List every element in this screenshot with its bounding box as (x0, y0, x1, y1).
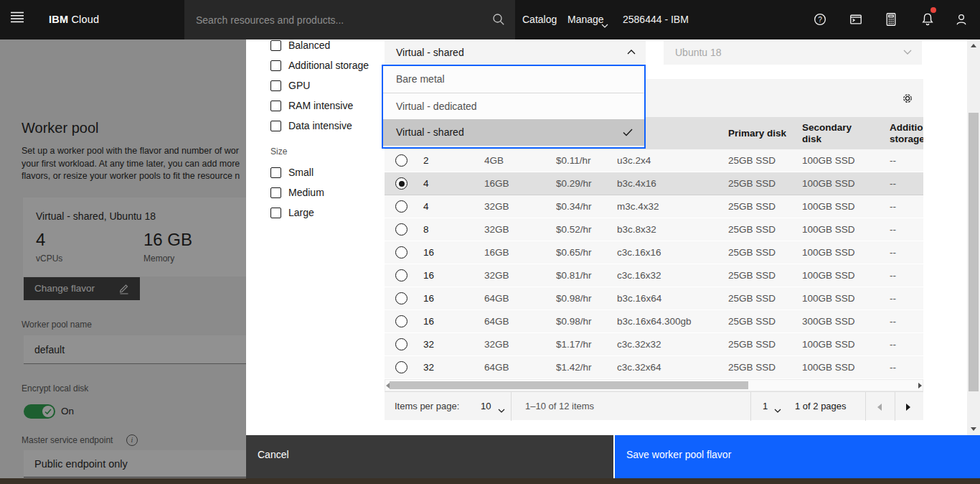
menu-option-virtual-shared[interactable]: Virtual - shared (383, 119, 644, 146)
radio-icon[interactable] (395, 338, 407, 350)
radio-icon[interactable] (395, 200, 407, 213)
flavor-row-b3c.4x16[interactable]: 416GB$0.29/hrb3c.4x1625GB SSD100GB SSD-- (385, 172, 923, 195)
checkbox-label: Medium (288, 187, 324, 198)
cell-secondary-disk: 100GB SSD (802, 172, 855, 195)
cell-name: c3c.32x64 (617, 356, 661, 378)
radio-icon[interactable] (395, 361, 407, 373)
size-filter-large[interactable]: Large (270, 205, 314, 220)
brand-cloud: Cloud (68, 14, 99, 25)
size-filter-medium[interactable]: Medium (270, 185, 324, 200)
checkbox-unchecked-icon[interactable] (270, 60, 281, 71)
modal-vertical-scrollbar[interactable] (967, 39, 980, 435)
menu-option-virtual-dedicated[interactable]: Virtual - dedicated (383, 93, 644, 119)
brand-logo[interactable]: IBM Cloud (49, 0, 99, 39)
cell-cpu: 32 (423, 356, 434, 378)
scroll-right-arrow-icon[interactable] (918, 383, 922, 388)
pages-count-text: 1 of 2 pages (795, 392, 847, 421)
profile-avatar-icon[interactable] (954, 12, 969, 27)
checkbox-unchecked-icon[interactable] (270, 187, 281, 198)
radio-icon[interactable] (395, 223, 407, 236)
radio-selected-icon[interactable] (395, 177, 407, 190)
menu-option-bare-metal[interactable]: Bare metal (383, 66, 644, 93)
notifications-icon[interactable] (920, 12, 935, 27)
nav-link-catalog[interactable]: Catalog (522, 0, 557, 39)
horizontal-scroll-thumb[interactable] (390, 381, 748, 389)
flavor-type-dropdown-menu: Bare metalVirtual - dedicatedVirtual - s… (382, 65, 646, 149)
nav-account-name[interactable]: 2586444 - IBM (623, 0, 689, 39)
vertical-scroll-thumb[interactable] (969, 113, 979, 391)
checkbox-unchecked-icon[interactable] (270, 121, 281, 131)
cell-name: b3c.8x32 (617, 218, 656, 241)
cell-primary-disk: 25GB SSD (728, 172, 776, 195)
flavor-row-u3c.2x4[interactable]: 24GB$0.11/hru3c.2x425GB SSD100GB SSD-- (385, 149, 923, 172)
items-per-page-select[interactable]: 10 (481, 392, 491, 421)
divider (511, 392, 512, 421)
cell-price: $0.11/hr (556, 149, 591, 172)
scroll-up-arrow-icon[interactable] (971, 44, 976, 47)
page-number-select[interactable]: 1 (763, 392, 768, 421)
type-filter-ram-intensive[interactable]: RAM intensive (270, 98, 353, 113)
cell-primary-disk: 25GB SSD (728, 333, 776, 355)
checkbox-unchecked-icon[interactable] (270, 40, 281, 51)
cell-ram: 32GB (484, 218, 509, 241)
type-filter-balanced[interactable]: Balanced (270, 38, 330, 52)
cancel-button[interactable]: Cancel (246, 435, 613, 478)
flavor-row-m3c.4x32[interactable]: 432GB$0.34/hrm3c.4x3225GB SSD100GB SSD-- (385, 195, 923, 218)
cell-primary-disk: 25GB SSD (728, 241, 776, 264)
flavor-type-select-value: Virtual - shared (385, 47, 464, 58)
radio-icon[interactable] (395, 292, 407, 304)
search-input[interactable] (196, 0, 483, 39)
save-worker-pool-flavor-button[interactable]: Save worker pool flavor (615, 435, 980, 478)
settings-gear-icon[interactable] (902, 93, 913, 104)
flavor-row-c3c.32x64[interactable]: 3264GB$1.42/hrc3c.32x6425GB SSD100GB SSD… (385, 356, 923, 379)
radio-icon[interactable] (395, 269, 407, 281)
next-page-button[interactable] (895, 392, 923, 421)
flavor-row-b3c.16x64.300gb[interactable]: 1664GB$0.98/hrb3c.16x64.300gb25GB SSD300… (385, 310, 923, 333)
modal-dim-overlay (0, 39, 246, 478)
menu-option-label: Bare metal (396, 73, 445, 85)
nav-link-manage[interactable]: Manage (567, 0, 604, 39)
items-per-page-label: Items per page: (395, 392, 459, 421)
scroll-down-arrow-icon[interactable] (971, 427, 976, 431)
cell-name: b3c.16x64.300gb (617, 310, 692, 332)
page-bottom-strip (0, 478, 980, 484)
cell-ram: 64GB (484, 287, 509, 310)
hamburger-menu-icon[interactable] (10, 11, 30, 29)
flavor-row-c3c.16x16[interactable]: 1616GB$0.65/hrc3c.16x1625GB SSD100GB SSD… (385, 241, 923, 264)
flavor-row-b3c.8x32[interactable]: 832GB$0.52/hrb3c.8x3225GB SSD100GB SSD-- (385, 218, 923, 241)
checkbox-unchecked-icon[interactable] (270, 80, 281, 91)
cell-additional-storage: -- (890, 195, 896, 218)
size-filter-small[interactable]: Small (270, 165, 314, 180)
previous-page-button[interactable] (866, 392, 895, 421)
flavor-row-c3c.16x32[interactable]: 1632GB$0.81/hrc3c.16x3225GB SSD100GB SSD… (385, 264, 923, 287)
cell-name: b3c.16x64 (617, 287, 661, 310)
cell-secondary-disk: 100GB SSD (802, 195, 855, 218)
type-filter-gpu[interactable]: GPU (270, 78, 310, 93)
cell-name: c3c.32x32 (617, 333, 661, 355)
radio-icon[interactable] (395, 246, 407, 259)
type-filter-data-intensive[interactable]: Data intensive (270, 118, 352, 133)
checkbox-unchecked-icon[interactable] (270, 101, 281, 111)
help-icon[interactable]: ? (813, 12, 827, 27)
cell-secondary-disk: 100GB SSD (802, 149, 855, 172)
flavor-row-b3c.16x64[interactable]: 1664GB$0.98/hrb3c.16x6425GB SSD100GB SSD… (385, 287, 923, 310)
header-primary-disk: Primary disk (728, 128, 794, 139)
checkbox-label: Balanced (288, 39, 330, 51)
radio-icon[interactable] (395, 154, 407, 167)
checkbox-unchecked-icon[interactable] (270, 167, 281, 178)
header-additional-storage: Additional storage (890, 122, 923, 145)
divider (750, 392, 751, 421)
radio-icon[interactable] (395, 315, 407, 327)
flavor-row-c3c.32x32[interactable]: 3232GB$1.17/hrc3c.32x3225GB SSD100GB SSD… (385, 333, 923, 356)
cell-secondary-disk: 100GB SSD (802, 241, 855, 264)
type-filter-additional-storage[interactable]: Additional storage (270, 58, 369, 73)
checkbox-unchecked-icon[interactable] (270, 208, 281, 218)
cell-price: $1.17/hr (556, 333, 592, 355)
table-horizontal-scrollbar[interactable] (385, 379, 923, 391)
search-icon[interactable] (492, 13, 505, 29)
cost-estimator-icon[interactable] (884, 12, 898, 27)
flavor-type-select[interactable]: Virtual - shared (385, 40, 646, 65)
header-secondary-disk: Secondary disk (802, 122, 868, 145)
cloud-shell-icon[interactable] (849, 12, 863, 27)
cell-primary-disk: 25GB SSD (728, 195, 776, 218)
